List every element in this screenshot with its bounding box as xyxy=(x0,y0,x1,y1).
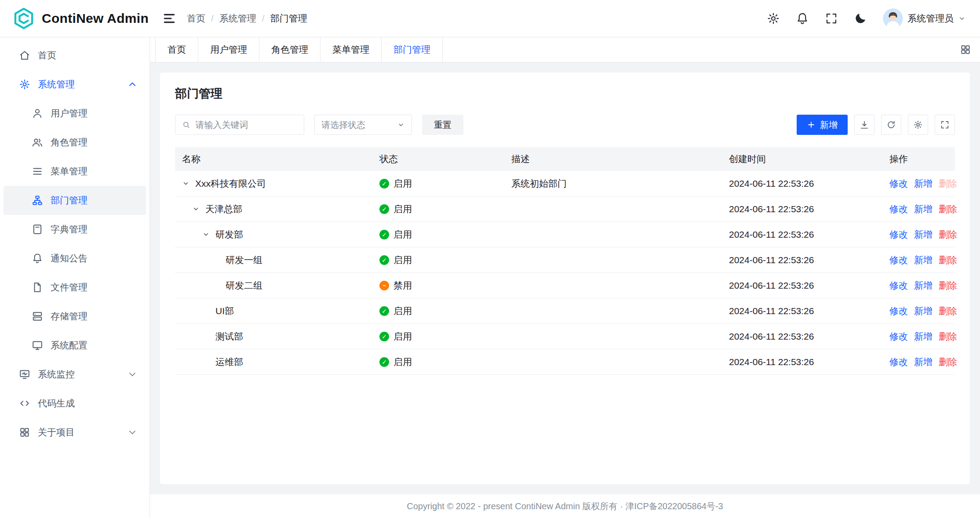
row-action-edit[interactable]: 修改 xyxy=(889,356,908,368)
row-action-add[interactable]: 新增 xyxy=(914,203,933,215)
tab-dept-mgmt[interactable]: 部门管理 xyxy=(382,37,443,62)
status-icon: ✓ xyxy=(379,306,389,316)
department-desc: 系统初始部门 xyxy=(504,177,722,190)
row-action-delete[interactable]: 删除 xyxy=(939,177,957,190)
sidebar-item-system-monitor[interactable]: 系统监控 xyxy=(0,360,149,389)
row-actions: 修改新增删除 xyxy=(882,305,955,317)
bell-icon xyxy=(796,12,809,25)
search-input[interactable] xyxy=(195,120,297,130)
row-expander[interactable] xyxy=(182,180,195,187)
username: 系统管理员 xyxy=(907,12,954,25)
user-menu[interactable]: 系统管理员 xyxy=(883,8,966,29)
row-action-delete[interactable]: 删除 xyxy=(939,228,957,241)
sidebar-item-dict-mgmt[interactable]: 字典管理 xyxy=(4,215,146,244)
row-action-delete[interactable]: 删除 xyxy=(939,356,957,368)
status-badge: ✓ 启用 xyxy=(379,356,412,368)
table-fullscreen-button[interactable] xyxy=(935,115,955,135)
department-name: 测试部 xyxy=(215,330,243,343)
row-action-add[interactable]: 新增 xyxy=(914,356,933,368)
breadcrumb-home[interactable]: 首页 xyxy=(187,12,205,25)
sidebar-item-user-mgmt[interactable]: 用户管理 xyxy=(4,99,146,128)
fullscreen-button[interactable] xyxy=(825,12,838,25)
sidebar-item-about[interactable]: 关于项目 xyxy=(0,418,149,447)
status-icon: ✓ xyxy=(379,204,389,214)
row-action-add[interactable]: 新增 xyxy=(914,228,933,241)
breadcrumb-system[interactable]: 系统管理 xyxy=(219,12,256,25)
row-action-edit[interactable]: 修改 xyxy=(889,279,908,292)
row-action-delete[interactable]: 删除 xyxy=(939,305,957,317)
status-icon: ✓ xyxy=(379,357,389,367)
column-header-desc: 描述 xyxy=(504,153,722,165)
export-button[interactable] xyxy=(854,115,874,135)
sidebar-item-file-mgmt[interactable]: 文件管理 xyxy=(4,273,146,302)
breadcrumb-separator: / xyxy=(211,13,214,24)
tabs-menu-button[interactable] xyxy=(951,37,980,62)
row-action-add[interactable]: 新增 xyxy=(914,254,933,266)
expand-icon xyxy=(940,120,950,130)
sidebar-item-system-config[interactable]: 系统配置 xyxy=(4,331,146,360)
caret-down-icon xyxy=(192,205,200,213)
sidebar-item-role-mgmt[interactable]: 角色管理 xyxy=(4,128,146,157)
row-action-edit[interactable]: 修改 xyxy=(889,254,908,266)
logo-icon xyxy=(12,7,35,30)
row-action-delete[interactable]: 删除 xyxy=(939,330,957,343)
tab-user-mgmt[interactable]: 用户管理 xyxy=(198,37,259,62)
table-row: 研发二组 − 禁用 2024-06-11 22:53:26 修改新增删除 xyxy=(175,273,955,298)
org-tree-icon xyxy=(32,195,43,206)
sidebar-item-system[interactable]: 系统管理 xyxy=(0,70,149,99)
status-badge: ✓ 启用 xyxy=(379,177,412,190)
notifications-button[interactable] xyxy=(796,12,809,25)
row-expander[interactable] xyxy=(192,205,205,213)
table-body: Xxx科技有限公司 ✓ 启用 系统初始部门 2024-06-11 22:53:2… xyxy=(175,171,955,375)
table-row: UI部 ✓ 启用 2024-06-11 22:53:26 修改新增删除 xyxy=(175,298,955,324)
sidebar-item-code-gen[interactable]: 代码生成 xyxy=(0,389,149,418)
row-action-add[interactable]: 新增 xyxy=(914,305,933,317)
sidebar-item-home[interactable]: 首页 xyxy=(0,41,149,70)
row-action-add[interactable]: 新增 xyxy=(914,279,933,292)
row-action-delete[interactable]: 删除 xyxy=(939,279,957,292)
users-icon xyxy=(32,137,43,148)
tab-role-mgmt[interactable]: 角色管理 xyxy=(259,37,321,62)
sidebar: 首页 系统管理 用户管理 角色管理 菜单管理 部门管理 xyxy=(0,37,150,518)
tab-home[interactable]: 首页 xyxy=(155,37,198,62)
row-action-add[interactable]: 新增 xyxy=(914,330,933,343)
sidebar-collapse-button[interactable] xyxy=(162,11,176,25)
table-header: 名称 状态 描述 创建时间 操作 xyxy=(175,147,955,171)
sidebar-item-label: 系统配置 xyxy=(51,339,87,351)
status-icon: − xyxy=(379,281,389,290)
row-action-delete[interactable]: 删除 xyxy=(939,254,957,266)
refresh-button[interactable] xyxy=(881,115,901,135)
dark-mode-toggle[interactable] xyxy=(854,12,867,25)
row-action-edit[interactable]: 修改 xyxy=(889,330,908,343)
moon-icon xyxy=(854,12,867,25)
row-action-edit[interactable]: 修改 xyxy=(889,305,908,317)
row-action-edit[interactable]: 修改 xyxy=(889,203,908,215)
department-table: 名称 状态 描述 创建时间 操作 Xxx科技有限公司 ✓ 启用 xyxy=(175,147,955,375)
search-icon xyxy=(182,120,190,130)
sidebar-item-storage-mgmt[interactable]: 存储管理 xyxy=(4,302,146,331)
row-action-edit[interactable]: 修改 xyxy=(889,177,908,190)
reset-button[interactable]: 重置 xyxy=(422,115,463,135)
created-time: 2024-06-11 22:53:26 xyxy=(722,280,882,291)
column-header-name: 名称 xyxy=(175,153,372,165)
status-badge: ✓ 启用 xyxy=(379,305,412,317)
row-action-edit[interactable]: 修改 xyxy=(889,228,908,241)
row-action-add[interactable]: 新增 xyxy=(914,177,933,190)
row-action-delete[interactable]: 删除 xyxy=(939,203,957,215)
sidebar-item-notice[interactable]: 通知公告 xyxy=(4,244,146,273)
column-settings-button[interactable] xyxy=(908,115,928,135)
monitor-icon xyxy=(19,369,30,380)
menu-list-icon xyxy=(32,166,43,177)
gear-icon xyxy=(913,120,923,130)
sidebar-item-label: 通知公告 xyxy=(51,252,87,264)
app-window: ContiNew Admin 首页 / 系统管理 / 部门管理 xyxy=(0,0,980,518)
column-header-time: 创建时间 xyxy=(722,153,882,165)
status-select[interactable]: 请选择状态 xyxy=(314,115,412,135)
settings-button[interactable] xyxy=(767,12,780,25)
sidebar-item-dept-mgmt[interactable]: 部门管理 xyxy=(4,186,146,215)
sidebar-item-label: 用户管理 xyxy=(51,107,87,120)
row-expander[interactable] xyxy=(202,231,215,238)
tab-menu-mgmt[interactable]: 菜单管理 xyxy=(321,37,382,62)
sidebar-item-menu-mgmt[interactable]: 菜单管理 xyxy=(4,157,146,186)
add-button[interactable]: 新增 xyxy=(797,115,848,135)
